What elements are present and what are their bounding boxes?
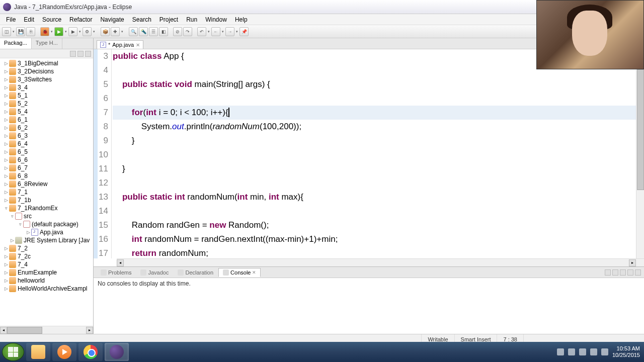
javadoc-tab[interactable]: Javadoc	[136, 268, 173, 277]
tree-item[interactable]: ▷7_1	[0, 188, 93, 196]
expand-icon[interactable]: ▷	[3, 69, 9, 74]
dropdown-icon[interactable]: ▾	[64, 30, 67, 34]
debug-button[interactable]: 🐞	[40, 27, 49, 36]
tree-item[interactable]: ▷helloworld	[0, 277, 93, 285]
taskbar-eclipse[interactable]	[105, 343, 129, 361]
menu-file[interactable]: File	[2, 15, 20, 24]
back-button[interactable]: ←	[211, 27, 220, 36]
maximize-view-icon[interactable]	[635, 269, 641, 276]
skip-breakpoints-button[interactable]: ⊘	[173, 27, 182, 36]
code-line[interactable]: public static int randomNum(int min, int…	[113, 190, 636, 204]
expand-icon[interactable]: ▿	[17, 222, 23, 227]
tree-item[interactable]: ▷6_7	[0, 164, 93, 172]
tree-item[interactable]: ▷3_1BigDecimal	[0, 59, 93, 67]
expand-icon[interactable]: ▷	[3, 77, 9, 82]
coverage-button[interactable]: ▶	[68, 27, 77, 36]
expand-icon[interactable]: ▷	[9, 238, 15, 243]
code-line[interactable]	[113, 176, 636, 190]
code-line[interactable]: for(int i = 0; i < 100; i++){	[113, 106, 636, 120]
expand-icon[interactable]: ▷	[3, 117, 9, 122]
expand-icon[interactable]: ▷	[3, 61, 9, 66]
tree-item[interactable]: ▷6_5	[0, 148, 93, 156]
tree-item[interactable]: ▷5_1	[0, 92, 93, 100]
tray-volume-icon[interactable]	[601, 348, 608, 355]
expand-icon[interactable]: ▷	[3, 286, 9, 291]
package-explorer-tab[interactable]: Packag...	[0, 38, 32, 49]
taskbar-media-player[interactable]	[52, 343, 76, 361]
tree-item[interactable]: ▿src	[0, 212, 93, 220]
open-type-button[interactable]: 🔍	[129, 27, 138, 36]
tree-item[interactable]: ▷6_3	[0, 132, 93, 140]
expand-icon[interactable]: ▷	[3, 182, 9, 187]
dropdown-icon[interactable]: ▾	[93, 30, 96, 34]
editor-tab-app-java[interactable]: J *App.java ✕	[97, 40, 143, 49]
dropdown-icon[interactable]: ▾	[235, 30, 238, 34]
last-edit-button[interactable]: ↶	[197, 27, 206, 36]
open-console-icon[interactable]	[620, 269, 626, 276]
scroll-left-icon[interactable]: ◂	[0, 327, 7, 334]
dropdown-icon[interactable]: ▾	[121, 30, 124, 34]
new-package-button[interactable]: 📦	[101, 27, 110, 36]
expand-icon[interactable]: ▷	[3, 190, 9, 195]
tree-item[interactable]: ▿7_1RandomEx	[0, 204, 93, 212]
expand-icon[interactable]: ▷	[3, 141, 9, 146]
expand-icon[interactable]: ▿	[9, 214, 15, 219]
menu-help[interactable]: Help	[231, 15, 252, 24]
tree-item[interactable]: ▷App.java	[0, 228, 93, 236]
scroll-right-icon[interactable]: ▸	[86, 327, 93, 334]
expand-icon[interactable]: ▷	[3, 246, 9, 251]
code-line[interactable]: public static void main(String[] args) {	[113, 77, 636, 92]
forward-button[interactable]: →	[225, 27, 234, 36]
tree-item[interactable]: ▷3_4	[0, 83, 93, 92]
taskbar-clock[interactable]: 10:53 AM 10/25/2015	[612, 345, 640, 358]
expand-icon[interactable]: ▷	[3, 165, 9, 170]
scroll-thumb[interactable]	[637, 69, 644, 190]
tray-show-hidden-icon[interactable]	[557, 348, 564, 355]
taskbar-chrome[interactable]	[78, 343, 103, 361]
expand-icon[interactable]: ▷	[3, 254, 9, 259]
menu-project[interactable]: Project	[155, 15, 182, 24]
scroll-thumb[interactable]	[7, 327, 42, 334]
expand-icon[interactable]: ▿	[3, 206, 9, 211]
expand-icon[interactable]: ▷	[3, 101, 9, 106]
expand-icon[interactable]: ▷	[25, 230, 31, 235]
dropdown-icon[interactable]: ▾	[78, 30, 82, 34]
tray-action-center-icon[interactable]	[568, 348, 575, 355]
tree-item[interactable]: ▿(default package)	[0, 220, 93, 228]
tree-item[interactable]: ▷HelloWorldArchiveExampl	[0, 285, 93, 293]
save-all-button[interactable]: ⎘	[26, 27, 35, 36]
menu-run[interactable]: Run	[182, 15, 201, 24]
tree-item[interactable]: ▷6_2	[0, 124, 93, 132]
run-button[interactable]: ▶	[54, 27, 63, 36]
expand-icon[interactable]: ▷	[3, 270, 9, 275]
minimize-view-icon[interactable]	[627, 269, 633, 276]
tree-item[interactable]: ▷JRE System Library [Jav	[0, 236, 93, 244]
code-line[interactable]: }	[113, 162, 636, 176]
scroll-left-icon[interactable]: ◂	[117, 259, 124, 266]
expand-icon[interactable]: ▷	[3, 198, 9, 203]
tree-item[interactable]: ▷EnumExample	[0, 268, 93, 277]
tree-item[interactable]: ▷7_2	[0, 244, 93, 252]
taskbar-explorer[interactable]	[26, 343, 50, 361]
toggle-breadcrumb-button[interactable]: ☰	[149, 27, 158, 36]
expand-icon[interactable]: ▷	[3, 173, 9, 178]
dropdown-icon[interactable]: ▾	[221, 30, 224, 34]
expand-icon[interactable]: ▷	[3, 125, 9, 130]
menu-source[interactable]: Source	[38, 15, 65, 24]
code-area[interactable]: public class App { public static void ma…	[112, 49, 636, 258]
tray-battery-icon[interactable]	[590, 348, 597, 355]
menu-navigate[interactable]: Navigate	[96, 15, 128, 24]
start-button[interactable]	[2, 343, 24, 361]
close-tab-icon[interactable]: ✕	[252, 270, 256, 275]
menu-refactor[interactable]: Refactor	[65, 15, 96, 24]
type-hierarchy-tab[interactable]: Type H...	[32, 38, 62, 49]
tree-item[interactable]: ▷3_3Switches	[0, 75, 93, 83]
code-line[interactable]	[113, 204, 636, 218]
new-class-button[interactable]: ✚	[111, 27, 120, 36]
tree-item[interactable]: ▷5_2	[0, 100, 93, 108]
dropdown-icon[interactable]: ▾	[50, 30, 53, 34]
link-editor-icon[interactable]	[77, 51, 84, 57]
code-line[interactable]: }	[113, 134, 636, 148]
new-button[interactable]: ◫	[2, 27, 11, 36]
collapse-all-icon[interactable]	[70, 51, 76, 57]
